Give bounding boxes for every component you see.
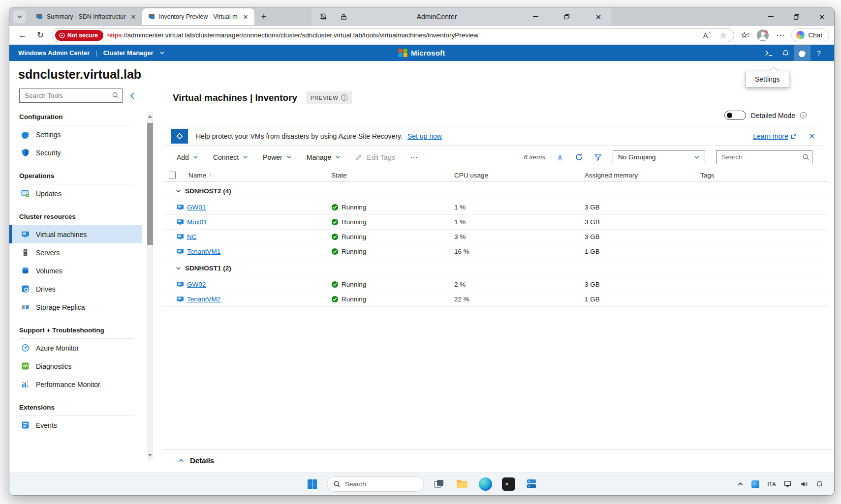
sidebar-scrollbar[interactable] [147, 112, 153, 460]
vm-search-input[interactable] [716, 150, 812, 164]
sidebar-item-volumes[interactable]: Volumes [19, 262, 134, 280]
refresh-icon[interactable] [575, 153, 583, 161]
task-view-icon[interactable] [431, 476, 447, 493]
table-row[interactable]: TenantVM1 Running 16 % 1 GB [163, 244, 828, 259]
sidebar-item-storage-replica[interactable]: Storage Replica [19, 298, 134, 316]
solution-chevron-down-icon[interactable] [159, 50, 165, 56]
back-icon[interactable]: ← [16, 29, 29, 42]
edit-tags-button[interactable]: Edit Tags [355, 153, 395, 161]
tray-chevron-up-icon[interactable] [737, 481, 744, 487]
column-header-tags[interactable]: Tags [694, 172, 828, 179]
language-indicator[interactable]: ITA [767, 481, 776, 488]
refresh-icon[interactable]: ↻ [34, 29, 47, 42]
tab-search-chevron-icon[interactable] [13, 10, 26, 23]
file-explorer-icon[interactable] [454, 476, 470, 493]
sidebar-collapse-icon[interactable] [129, 92, 137, 100]
window-close-button[interactable]: ✕ [812, 9, 831, 24]
manage-button[interactable]: Manage [307, 153, 341, 161]
scrollbar-up-arrow[interactable] [148, 115, 152, 118]
download-icon[interactable] [556, 153, 564, 161]
group-row-sdnhost1[interactable]: SDNHOST1 (2) [163, 259, 828, 277]
edge-browser-icon[interactable] [477, 476, 494, 493]
favorite-star-icon[interactable]: ☆ [717, 31, 729, 39]
read-aloud-icon[interactable]: A⌃ [701, 31, 713, 39]
sidebar-item-updates[interactable]: Updates [19, 184, 134, 203]
vm-name-link[interactable]: TenantVM2 [187, 296, 220, 303]
profile-avatar[interactable] [757, 30, 769, 41]
sidebar-item-azure-monitor[interactable]: Azure Monitor [19, 339, 134, 357]
vm-state: Running [342, 248, 366, 255]
admin-center-app-icon[interactable] [523, 476, 540, 493]
rdp-minimize-button[interactable] [526, 9, 545, 24]
sidebar-item-events[interactable]: Events [19, 416, 134, 434]
powershell-icon[interactable] [760, 45, 777, 61]
not-secure-badge[interactable]: Not secure [55, 30, 103, 41]
help-icon[interactable]: ? [810, 45, 827, 61]
tray-app-icon[interactable] [751, 480, 759, 488]
notifications-bell-icon[interactable] [777, 45, 794, 61]
favorites-bar-icon[interactable] [739, 29, 752, 42]
tab-close-icon[interactable]: ✕ [242, 13, 249, 21]
group-row-sdnhost2[interactable]: SDNHOST2 (4) [163, 182, 828, 200]
sidebar-item-virtual-machines[interactable]: Virtual machines [9, 225, 142, 243]
rdp-restore-button[interactable] [558, 9, 576, 24]
table-row[interactable]: NC Running 3 % 3 GB [163, 230, 828, 244]
filter-icon[interactable] [594, 153, 602, 161]
new-tab-button[interactable]: + [257, 10, 270, 23]
scrollbar-thumb[interactable] [147, 123, 153, 245]
wac-solution-name[interactable]: Cluster Manager [103, 49, 154, 57]
column-header-memory[interactable]: Assigned memory [579, 172, 694, 179]
sidebar-item-drives[interactable]: Drives [19, 280, 134, 298]
grouping-select[interactable]: No Grouping [613, 150, 705, 164]
volume-icon[interactable] [800, 480, 808, 488]
network-icon[interactable] [784, 480, 792, 488]
vm-name-link[interactable]: TenantVM1 [187, 248, 220, 255]
sidebar-item-settings[interactable]: Settings [19, 125, 134, 144]
vm-name-link[interactable]: GW02 [187, 281, 206, 288]
tools-search-input[interactable] [19, 89, 123, 103]
table-row[interactable]: GW02 Running 2 % 3 GB [163, 277, 828, 292]
taskbar-search[interactable]: Search [327, 476, 424, 492]
url-text: https://admincenter.virtual.lab/clusterm… [107, 31, 697, 39]
wac-product-name[interactable]: Windows Admin Center [18, 49, 90, 57]
terminal-icon[interactable]: >_ [500, 476, 517, 493]
vm-name-link[interactable]: Mux01 [187, 218, 207, 226]
add-button[interactable]: Add [177, 153, 198, 161]
sidebar-item-performance-monitor[interactable]: Performance Monitor [19, 375, 134, 393]
banner-close-icon[interactable]: ✕ [809, 131, 815, 142]
copilot-chat-button[interactable]: Chat [791, 28, 829, 42]
rdp-close-button[interactable]: ✕ [589, 9, 608, 24]
connect-button[interactable]: Connect [213, 153, 248, 161]
table-row[interactable]: TenantVM2 Running 22 % 1 GB [163, 292, 828, 307]
preview-badge[interactable]: PREVIEW i [306, 91, 352, 104]
table-row[interactable]: GW01 Running 1 % 3 GB [163, 200, 828, 215]
vm-name-link[interactable]: NC [187, 233, 197, 240]
set-up-now-link[interactable]: Set up now [407, 132, 442, 140]
table-row[interactable]: Mux01 Running 1 % 3 GB [163, 215, 828, 230]
toolbar-overflow-icon[interactable]: ⋯ [410, 152, 419, 162]
learn-more-link[interactable]: Learn more [753, 132, 788, 140]
column-header-name[interactable]: Name↑ [177, 172, 325, 179]
column-header-cpu[interactable]: CPU usage [448, 172, 579, 179]
select-all-checkbox[interactable] [169, 172, 176, 178]
window-minimize-button[interactable] [761, 9, 780, 24]
notifications-bell-icon[interactable] [816, 480, 823, 488]
scrollbar-down-arrow[interactable] [148, 454, 152, 457]
sidebar-item-diagnostics[interactable]: Diagnostics [19, 357, 134, 375]
start-button[interactable] [304, 476, 320, 493]
column-header-state[interactable]: State [325, 172, 448, 179]
sidebar-item-security[interactable]: Security [19, 144, 134, 162]
settings-gear-icon[interactable] [794, 45, 810, 61]
tab-close-icon[interactable]: ✕ [129, 13, 137, 21]
browser-tab-summary[interactable]: Summary - SDN infrastructure - C ✕ [30, 7, 142, 26]
window-restore-button[interactable] [787, 9, 806, 24]
power-button[interactable]: Power [263, 153, 292, 161]
detailed-mode-toggle[interactable] [724, 111, 746, 120]
browser-tab-inventory-active[interactable]: Inventory Preview - Virtual machi ✕ [142, 8, 254, 25]
sidebar-item-servers[interactable]: Servers [19, 243, 134, 262]
vm-name-link[interactable]: GW01 [187, 204, 206, 211]
browser-menu-icon[interactable]: ⋯ [774, 29, 786, 42]
address-bar[interactable]: Not secure https://admincenter.virtual.l… [52, 28, 734, 42]
details-expander[interactable]: Details [163, 449, 834, 473]
info-icon[interactable]: i [800, 112, 807, 119]
